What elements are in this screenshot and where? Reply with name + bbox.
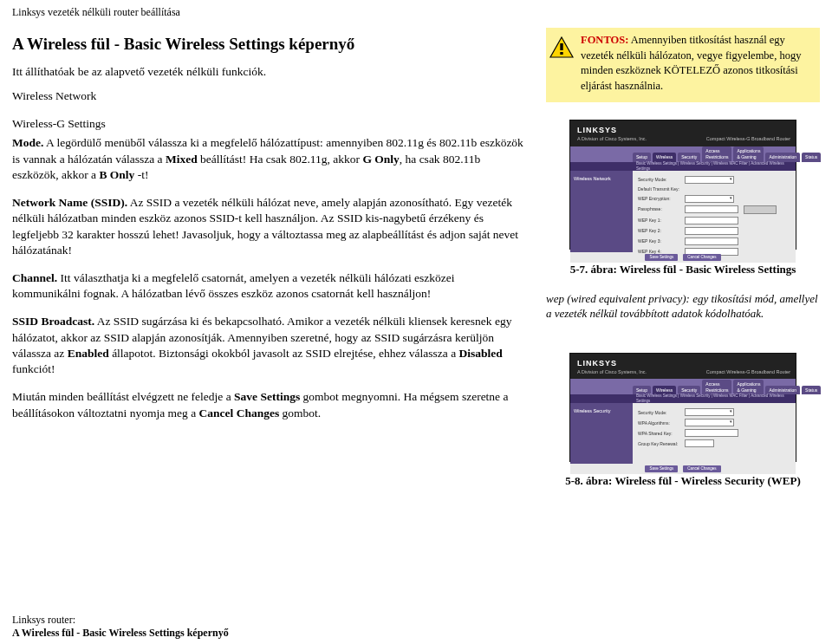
main-content-column: A Wireless fül - Basic Wireless Settings… <box>12 28 523 489</box>
form-input <box>685 429 738 437</box>
save-settings-button: Save Settings <box>645 254 678 261</box>
form-input <box>685 237 738 245</box>
section-subtitle: Itt állíthatóak be az alapvető vezeték n… <box>12 64 523 80</box>
value-mixed: Mixed <box>166 153 198 166</box>
cancel-changes-button: Cancel Changes <box>683 254 720 261</box>
subsection-wireless-g-settings: Wireless-G Settings <box>12 116 523 132</box>
value-cancel-changes: Cancel Changes <box>199 407 280 420</box>
label-mode: Mode. <box>12 136 43 149</box>
form-select <box>685 419 734 426</box>
figure-caption-5-7: 5-7. ábra: Wireless fül - Basic Wireless… <box>546 262 820 277</box>
svg-rect-1 <box>560 43 562 50</box>
tab-apps: Applications & Gaming <box>733 146 764 162</box>
panel-left-label: Wireless Network <box>570 171 633 252</box>
text: funkciót! <box>12 362 55 375</box>
figure-5-8: LINKSYS A Division of Cisco Systems, Inc… <box>546 353 820 489</box>
form-label: WPA Shared Key: <box>638 431 679 437</box>
brand-label: LINKSYS <box>570 120 796 136</box>
panel-form: Security Mode: WPA Algorithms: WPA Share… <box>633 403 796 464</box>
form-label: WEP Key 3: <box>638 238 679 244</box>
panel-left-label: Wireless Security <box>570 403 633 464</box>
form-input <box>685 439 714 447</box>
page-footer: Linksys router: A Wireless fül - Basic W… <box>12 614 229 641</box>
paragraph-mode: Mode. A legördülő menüből válassza ki a … <box>12 135 523 183</box>
wep-definition-note: wep (wired equivalent privacy): egy tiko… <box>546 291 820 322</box>
brand-subtext-right: Compact Wireless-G Broadband Router <box>706 369 790 375</box>
panel-form: Security Mode: Default Transmit Key: WEP… <box>633 171 796 252</box>
generate-button <box>744 205 777 214</box>
form-label: Default Transmit Key: <box>638 186 679 192</box>
value-enabled: Enabled <box>68 347 109 360</box>
text: beállítást! Ha csak 802.11g, akkor <box>198 153 363 166</box>
footer-line-1: Linksys router: <box>12 614 229 628</box>
tab-apps: Applications & Gaming <box>733 380 764 395</box>
form-input <box>685 205 738 213</box>
sub-tab-bar: Basic Wireless Settings | Wireless Secur… <box>570 162 796 171</box>
form-label: Security Mode: <box>638 177 679 183</box>
form-input <box>685 227 738 235</box>
paragraph-ssid: Network Name (SSID). Az SSID a vezeték n… <box>12 195 523 258</box>
save-settings-button: Save Settings <box>645 465 678 472</box>
footer-line-2: A Wireless fül - Basic Wireless Settings… <box>12 627 229 641</box>
form-input <box>685 217 738 224</box>
text: Miután minden beállítást elvégzett ne fe… <box>12 390 234 403</box>
page-header: Linksys vezeték nélküli router beállítás… <box>12 5 820 19</box>
value-disabled: Disabled <box>459 347 503 360</box>
tab-bar: Setup Wireless Security Access Restricti… <box>570 379 796 394</box>
text: gombot. <box>279 407 321 420</box>
label-network-name: Network Name (SSID). <box>12 196 127 209</box>
label-ssid-broadcast: SSID Broadcast. <box>12 315 94 328</box>
tab-access: Access Restrictions <box>702 380 731 395</box>
brand-label: LINKSYS <box>570 354 796 369</box>
form-label: WEP Key 1: <box>638 218 679 224</box>
tab-bar: Setup Wireless Security Access Restricti… <box>570 146 796 162</box>
callout-text: FONTOS: Amennyiben titkosítást használ e… <box>581 33 813 94</box>
svg-rect-2 <box>560 52 562 55</box>
subsection-wireless-network: Wireless Network <box>12 88 523 104</box>
router-screenshot-wireless-security: LINKSYS A Division of Cisco Systems, Inc… <box>569 353 796 462</box>
router-screenshot-basic-wireless: LINKSYS A Division of Cisco Systems, Inc… <box>569 120 796 250</box>
value-g-only: G Only <box>362 153 399 166</box>
figure-caption-5-8: 5-8. ábra: Wireless fül - Wireless Secur… <box>546 474 820 489</box>
tab-status: Status <box>802 386 821 395</box>
form-select <box>685 176 734 184</box>
paragraph-ssid-broadcast: SSID Broadcast. Az SSID sugárzása ki és … <box>12 314 523 377</box>
form-label: WPA Algorithms: <box>638 420 679 426</box>
figure-5-7: LINKSYS A Division of Cisco Systems, Inc… <box>546 120 820 277</box>
brand-subtext-left: A Division of Cisco Systems, Inc. <box>577 136 647 142</box>
form-label: WEP Encryption: <box>638 196 679 202</box>
form-label: Security Mode: <box>638 410 679 416</box>
form-select <box>685 195 734 203</box>
cancel-changes-button: Cancel Changes <box>683 465 720 472</box>
brand-subtext-right: Compact Wireless-G Broadband Router <box>706 136 790 142</box>
text: állapotot. Biztonsági okokból javasolt a… <box>109 347 459 360</box>
form-label: WEP Key 2: <box>638 228 679 234</box>
form-select <box>685 408 734 416</box>
form-label: Group Key Renewal: <box>638 441 679 447</box>
warning-icon <box>549 36 574 94</box>
sidebar-column: FONTOS: Amennyiben titkosítást használ e… <box>546 28 820 489</box>
sub-tab-bar: Basic Wireless Settings | Wireless Secur… <box>570 394 796 403</box>
text: Itt választhatja ki a megfelelő csatorná… <box>12 271 455 300</box>
value-save-settings: Save Settings <box>234 390 300 403</box>
callout-lead: FONTOS: <box>581 34 628 46</box>
form-label: Passphrase: <box>638 206 679 212</box>
section-heading: A Wireless fül - Basic Wireless Settings… <box>12 33 523 55</box>
paragraph-save: Miután minden beállítást elvégzett ne fe… <box>12 389 523 420</box>
two-column-layout: A Wireless fül - Basic Wireless Settings… <box>12 28 820 489</box>
important-callout: FONTOS: Amennyiben titkosítást használ e… <box>546 28 820 102</box>
text: -t! <box>134 168 148 181</box>
brand-subtext-left: A Division of Cisco Systems, Inc. <box>577 369 647 375</box>
label-channel: Channel. <box>12 271 57 284</box>
tab-access: Access Restrictions <box>702 146 731 162</box>
paragraph-channel: Channel. Itt választhatja ki a megfelelő… <box>12 270 523 302</box>
value-b-only: B Only <box>99 168 134 181</box>
tab-status: Status <box>802 153 821 162</box>
